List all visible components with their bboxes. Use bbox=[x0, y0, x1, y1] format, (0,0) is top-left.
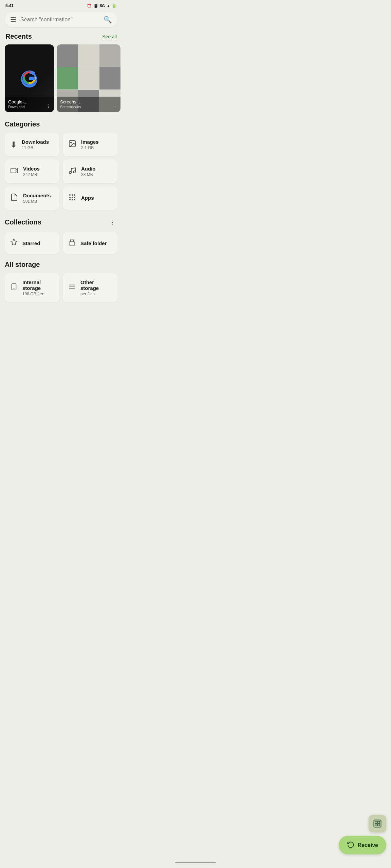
starred-label: Starred bbox=[22, 240, 40, 246]
collections-header: Collections ⋮ bbox=[5, 217, 117, 228]
grid-cell bbox=[99, 67, 120, 90]
svg-point-5 bbox=[69, 172, 71, 174]
collections-section: Collections ⋮ Starred Safe folder bbox=[0, 217, 122, 261]
audio-icon bbox=[68, 166, 76, 177]
search-input[interactable] bbox=[20, 17, 99, 23]
status-bar: 5:41 ⏰ 📳 5G ▲ 🔋 bbox=[0, 0, 122, 10]
recents-row: Google-... Download ⋮ Screens... Screens… bbox=[0, 44, 122, 120]
svg-point-10 bbox=[69, 197, 71, 198]
alarm-icon: ⏰ bbox=[87, 4, 92, 8]
other-storage-icon bbox=[68, 283, 76, 293]
svg-point-8 bbox=[72, 194, 73, 196]
collection-safe-folder[interactable]: Safe folder bbox=[63, 232, 117, 254]
grid-cell bbox=[78, 67, 99, 90]
screenshots-card-label-1: Screens... Screenshots bbox=[57, 97, 120, 112]
downloads-icon: ⬇ bbox=[10, 140, 17, 150]
images-info: Images 2.1 GB bbox=[81, 139, 99, 150]
google-g-svg bbox=[18, 66, 41, 90]
category-downloads[interactable]: ⬇ Downloads 11 GB bbox=[5, 133, 59, 156]
collection-starred[interactable]: Starred bbox=[5, 232, 59, 254]
collections-title: Collections bbox=[5, 218, 41, 226]
categories-section: Categories ⬇ Downloads 11 GB Images 2.1 … bbox=[0, 120, 122, 217]
safe-folder-label: Safe folder bbox=[80, 240, 107, 246]
category-apps[interactable]: Apps bbox=[63, 186, 117, 210]
svg-rect-4 bbox=[11, 168, 16, 173]
safe-folder-icon bbox=[68, 238, 76, 248]
downloads-info: Downloads 11 GB bbox=[22, 139, 49, 150]
svg-point-14 bbox=[72, 199, 73, 200]
battery-icon: 🔋 bbox=[112, 4, 117, 8]
time: 5:41 bbox=[5, 3, 14, 8]
svg-point-9 bbox=[74, 194, 75, 196]
videos-icon bbox=[10, 166, 18, 177]
svg-point-3 bbox=[71, 142, 72, 143]
svg-point-7 bbox=[69, 194, 71, 196]
internal-storage-info: Internal storage 198 GB free bbox=[22, 279, 54, 296]
collections-menu-button[interactable]: ⋮ bbox=[108, 217, 117, 228]
storage-internal[interactable]: Internal storage 198 GB free bbox=[5, 273, 59, 302]
network-5g: 5G bbox=[100, 4, 105, 8]
starred-icon bbox=[10, 238, 18, 248]
svg-rect-1 bbox=[30, 78, 35, 80]
status-icons: ⏰ 📳 5G ▲ 🔋 bbox=[87, 4, 117, 8]
storage-grid: Internal storage 198 GB free Other stora… bbox=[5, 273, 117, 302]
documents-icon bbox=[10, 193, 18, 203]
recents-title: Recents bbox=[5, 33, 32, 40]
categories-title: Categories bbox=[5, 120, 117, 128]
search-bar[interactable]: ☰ 🔍 bbox=[5, 12, 117, 27]
audio-info: Audio 28 MB bbox=[81, 166, 96, 177]
internal-storage-icon bbox=[10, 283, 18, 293]
svg-point-15 bbox=[74, 199, 75, 200]
menu-icon[interactable]: ☰ bbox=[10, 16, 16, 24]
apps-icon bbox=[68, 193, 76, 203]
google-card-menu[interactable]: ⋮ bbox=[46, 103, 51, 109]
signal-icon: ▲ bbox=[107, 4, 110, 8]
svg-marker-16 bbox=[11, 239, 17, 245]
apps-info: Apps bbox=[81, 195, 94, 201]
grid-cell bbox=[78, 44, 99, 67]
collections-grid: Starred Safe folder bbox=[5, 232, 117, 254]
images-icon bbox=[68, 140, 76, 150]
see-all-button[interactable]: See all bbox=[102, 34, 117, 39]
svg-point-13 bbox=[69, 199, 71, 200]
screenshots-card-menu-1[interactable]: ⋮ bbox=[112, 103, 118, 109]
recent-card-screenshots-1[interactable]: Screens... Screenshots ⋮ bbox=[57, 44, 120, 112]
recents-header: Recents See all bbox=[0, 33, 122, 44]
svg-point-11 bbox=[72, 197, 73, 198]
svg-point-12 bbox=[74, 197, 75, 198]
grid-cell bbox=[57, 44, 78, 67]
vibrate-icon: 📳 bbox=[93, 4, 98, 8]
category-images[interactable]: Images 2.1 GB bbox=[63, 133, 117, 156]
category-documents[interactable]: Documents 501 MB bbox=[5, 186, 59, 210]
categories-grid: ⬇ Downloads 11 GB Images 2.1 GB bbox=[5, 133, 117, 210]
category-videos[interactable]: Videos 242 MB bbox=[5, 160, 59, 183]
category-audio[interactable]: Audio 28 MB bbox=[63, 160, 117, 183]
storage-title: All storage bbox=[5, 261, 117, 269]
documents-info: Documents 501 MB bbox=[23, 193, 51, 204]
svg-point-6 bbox=[73, 171, 75, 173]
other-storage-info: Other storage per files bbox=[80, 279, 112, 296]
grid-cell bbox=[57, 67, 78, 90]
search-icon[interactable]: 🔍 bbox=[104, 16, 112, 24]
videos-info: Videos 242 MB bbox=[23, 166, 40, 177]
recent-card-google[interactable]: Google-... Download ⋮ bbox=[5, 44, 54, 112]
storage-section: All storage Internal storage 198 GB free bbox=[0, 261, 122, 343]
svg-rect-17 bbox=[69, 242, 75, 245]
storage-other[interactable]: Other storage per files bbox=[63, 273, 117, 302]
grid-cell bbox=[99, 44, 120, 67]
